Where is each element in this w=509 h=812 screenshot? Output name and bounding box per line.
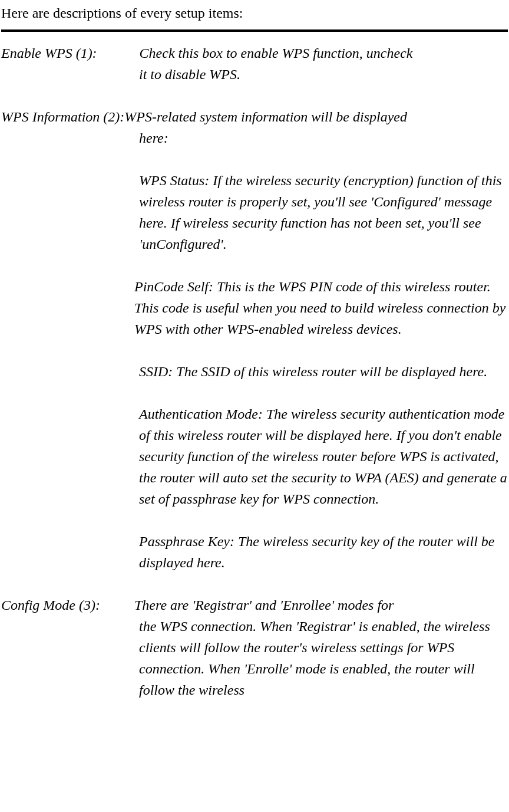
item-label: Enable WPS (1):: [1, 45, 97, 61]
item-desc-cont: it to disable WPS.: [139, 64, 508, 85]
item-config-mode: Config Mode (3):There are 'Registrar' an…: [1, 594, 508, 701]
item-label: WPS Information (2):: [1, 109, 124, 124]
item-label: Config Mode (3):: [1, 597, 100, 613]
sub-block-auth-mode: Authentication Mode: The wireless securi…: [139, 403, 508, 509]
item-desc-cont: here:: [139, 127, 508, 149]
horizontal-divider: [1, 29, 508, 32]
sub-block-ssid: SSID: The SSID of this wireless router w…: [139, 361, 508, 382]
setup-items: Enable WPS (1):Check this box to enable …: [1, 42, 508, 701]
sub-block-wps-status: WPS Status: If the wireless security (en…: [139, 170, 508, 255]
item-desc-cont: the WPS connection. When 'Registrar' is …: [139, 616, 508, 701]
item-enable-wps: Enable WPS (1):Check this box to enable …: [1, 42, 508, 85]
intro-text: Here are descriptions of every setup ite…: [1, 2, 508, 24]
sub-block-pincode: PinCode Self: This is the WPS PIN code o…: [134, 276, 508, 340]
sub-block-passphrase: Passphrase Key: The wireless security ke…: [139, 531, 508, 573]
item-wps-information: WPS Information (2):WPS-related system i…: [1, 106, 508, 573]
item-desc-line1: Check this box to enable WPS function, u…: [140, 45, 413, 61]
item-desc-line1: WPS-related system information will be d…: [124, 109, 407, 124]
item-desc-line1: There are 'Registrar' and 'Enrollee' mod…: [134, 597, 394, 613]
